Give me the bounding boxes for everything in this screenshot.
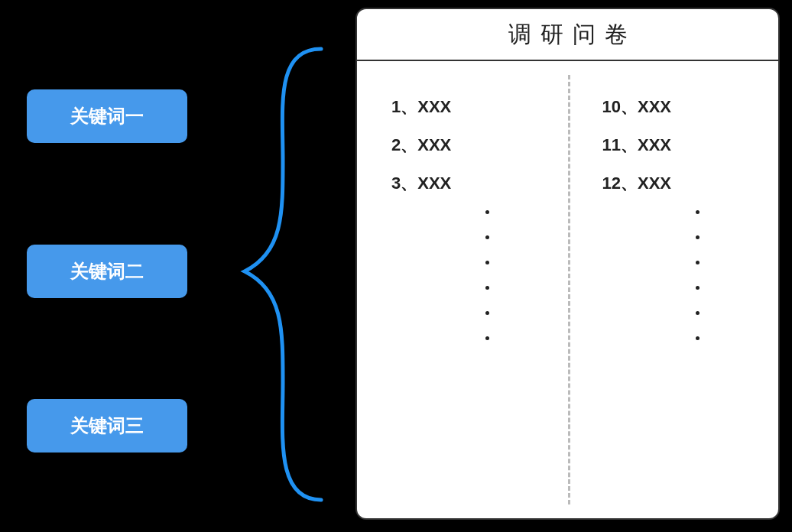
ellipsis-dots [430,210,545,362]
question-item: 10、XXX [602,96,756,118]
brace-icon [214,46,329,497]
question-item: 1、XXX [391,96,545,118]
ellipsis-dots [641,210,756,362]
question-item: 12、XXX [602,172,756,195]
keyword-label-1: 关键词一 [70,104,144,128]
dot-icon [696,235,699,239]
dot-icon [485,235,489,239]
dot-icon [696,210,699,214]
keyword-box-2: 关键词二 [27,245,187,298]
keyword-box-1: 关键词一 [27,89,187,143]
dot-icon [485,261,489,264]
questionnaire-panel: 调研问卷 1、XXX 2、XXX 3、XXX 10、XXX 11、XXX 12、… [355,8,780,520]
keyword-label-2: 关键词二 [70,259,144,284]
panel-title: 调研问卷 [357,9,778,61]
dot-icon [696,261,699,264]
panel-right-column: 10、XXX 11、XXX 12、XXX [568,61,779,518]
dot-icon [485,336,489,340]
dot-icon [485,311,489,315]
question-item: 11、XXX [602,134,756,157]
question-item: 3、XXX [391,172,545,195]
dot-icon [696,336,699,340]
dot-icon [485,286,489,290]
vertical-divider [568,75,570,504]
dot-icon [696,311,699,315]
keyword-box-3: 关键词三 [27,399,187,453]
panel-body: 1、XXX 2、XXX 3、XXX 10、XXX 11、XXX 12、XXX [357,61,778,518]
keyword-label-3: 关键词三 [70,414,144,438]
question-item: 2、XXX [391,134,545,157]
dot-icon [696,286,699,290]
panel-left-column: 1、XXX 2、XXX 3、XXX [357,61,568,518]
dot-icon [485,210,489,214]
